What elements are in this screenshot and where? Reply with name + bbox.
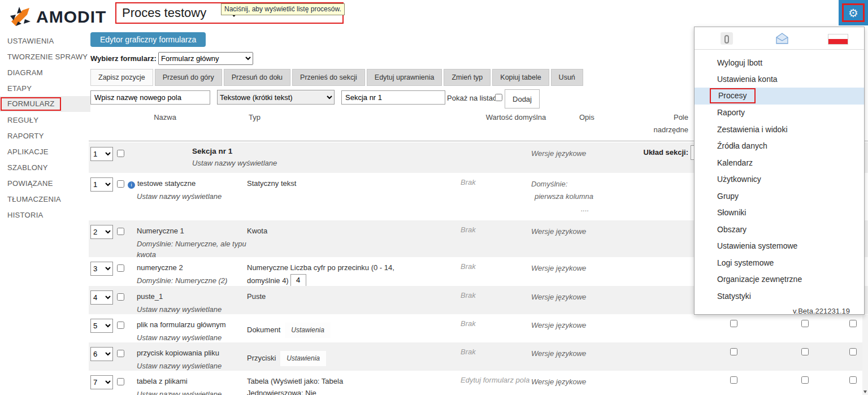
delete-button[interactable]: Usuń (551, 69, 583, 86)
menu-item-zrodla-danych[interactable]: Źródła danych (695, 138, 864, 155)
row7-order-select[interactable]: 7 (90, 375, 113, 389)
menu-item-ustawienia-systemowe[interactable]: Ustawienia systemowe (695, 238, 864, 255)
language-versions-link[interactable]: Wersje językowe (531, 348, 636, 360)
sidebar-item-etapy[interactable]: ETAPY (0, 80, 90, 96)
field-name: tabela z plikami (137, 377, 188, 385)
field-name: puste_1 (137, 292, 163, 301)
scroll-down-arrow-icon[interactable] (863, 390, 867, 393)
settings-button[interactable]: Ustawienia (285, 323, 331, 338)
display-names-link[interactable]: Ustaw nazwy wyświetlane (137, 304, 247, 315)
display-names-link[interactable]: Ustaw nazwy wyświetlane (137, 332, 247, 344)
menu-item-ustawienia-konta[interactable]: Ustawienia konta (695, 71, 864, 88)
menu-item-wyloguj[interactable]: Wyloguj lbott (695, 54, 864, 71)
menu-item-logi-systemowe[interactable]: Logi systemowe (695, 254, 864, 271)
sidebar-item-powiazane[interactable]: POWIĄZANE (0, 175, 90, 191)
field-type: Przyciski (247, 354, 276, 362)
sidebar-item-ustawienia[interactable]: USTAWIENIA (0, 33, 90, 49)
sidebar-item-reguly[interactable]: REGUŁY (0, 112, 90, 128)
new-field-type-select[interactable]: Tekstowe (krótki tekst) (217, 90, 335, 105)
save-positions-button[interactable]: Zapisz pozycje (90, 69, 153, 86)
sidebar-item-szablony[interactable]: SZABLONY (0, 159, 90, 175)
row2-checkbox[interactable] (117, 228, 124, 235)
menu-item-procesy[interactable]: Procesy (695, 88, 864, 105)
row-option-checkbox[interactable] (730, 376, 737, 384)
row5-checkbox[interactable] (117, 322, 124, 329)
menu-item-grupy[interactable]: Grupy (695, 188, 864, 205)
mail-icon[interactable] (775, 33, 789, 44)
table-row: 7 tabela z plikami Ustaw nazwy wyświetla… (89, 371, 868, 395)
move-to-section-button[interactable]: Przenieś do sekcji (292, 69, 365, 86)
sidebar-item-diagram[interactable]: DIAGRAM (0, 64, 90, 80)
menu-item-slowniki[interactable]: Słowniki (695, 205, 864, 222)
sidebar-item-tworzenie-sprawy[interactable]: TWORZENIE SPRAWY (0, 49, 90, 64)
menu-item-uzytkownicy[interactable]: Użytkownicy (695, 171, 864, 188)
row2-order-select[interactable]: 2 (90, 225, 113, 239)
row-option-checkbox[interactable] (849, 348, 857, 355)
move-up-button[interactable]: Przesuń do góry (155, 69, 222, 86)
copy-tables-button[interactable]: Kopiuj tabele (492, 69, 549, 86)
section-title: Sekcja nr 1 (192, 147, 232, 155)
row4-checkbox[interactable] (117, 293, 124, 301)
edit-permissions-button[interactable]: Edytuj uprawnienia (367, 69, 442, 86)
col-header-nadrzedne: nadrzędne (636, 125, 688, 134)
row-option-checkbox[interactable] (801, 376, 809, 384)
display-names-link[interactable]: Ustaw nazwy wyświetlane (137, 361, 247, 372)
language-versions-link[interactable]: Wersje językowe (531, 376, 636, 388)
row1-checkbox[interactable] (117, 180, 124, 188)
section-order-select[interactable]: 1 (90, 147, 113, 161)
language-versions-link[interactable]: Wersje językowe (531, 291, 636, 303)
row5-order-select[interactable]: 5 (90, 319, 113, 333)
section-display-names-link[interactable]: Ustaw nazwy wyświetlane (192, 159, 277, 167)
row6-checkbox[interactable] (117, 350, 124, 357)
settings-button[interactable]: Ustawienia (280, 351, 326, 366)
row7-checkbox[interactable] (117, 378, 124, 385)
row6-order-select[interactable]: 6 (90, 347, 113, 361)
change-type-button[interactable]: Zmień typ (444, 69, 491, 86)
menu-item-statystyki[interactable]: Statystyki (695, 288, 864, 305)
new-field-name-input[interactable] (90, 90, 210, 105)
form-toolbar: Zapisz pozycje Przesuń do góry Przesuń d… (90, 69, 583, 86)
language-versions-link[interactable]: Wersje językowe (531, 319, 636, 332)
sidebar-item-aplikacje[interactable]: APLIKACJE (0, 144, 90, 159)
display-names-link[interactable]: Ustaw nazwy wyświetlane (137, 191, 238, 202)
decimal-digits-input[interactable] (290, 274, 306, 287)
move-down-button[interactable]: Przesuń do dołu (224, 69, 290, 86)
language-versions-link[interactable]: Wersje językowe (531, 262, 636, 275)
add-field-button[interactable]: Dodaj (505, 89, 540, 108)
row1-order-select[interactable]: 1 (90, 177, 113, 192)
section-checkbox[interactable] (117, 150, 124, 157)
row-option-checkbox[interactable] (849, 320, 857, 327)
sidebar-item-formularz[interactable]: FORMULARZ (0, 96, 90, 112)
red-highlight-ring (842, 3, 865, 22)
row3-checkbox[interactable] (117, 264, 124, 272)
row-option-checkbox[interactable] (730, 348, 737, 355)
form-select[interactable]: Formularz główny (158, 52, 253, 65)
menu-item-raporty[interactable]: Raporty (695, 105, 864, 121)
language-versions-link[interactable]: Wersje językowe (531, 225, 636, 238)
menu-item-kalendarz[interactable]: Kalendarz (695, 154, 864, 171)
row-option-checkbox[interactable] (801, 320, 809, 327)
row-option-checkbox[interactable] (849, 376, 857, 384)
vertical-scrollbar[interactable] (862, 315, 868, 395)
settings-gear-button[interactable]: ⚙ (839, 0, 868, 25)
menu-item-obszary[interactable]: Obszary (695, 221, 864, 238)
info-icon[interactable]: i (128, 181, 135, 189)
section-layout-label: Układ sekcji: (597, 148, 688, 157)
row4-order-select[interactable]: 4 (90, 290, 113, 305)
paperclip-icon[interactable] (721, 32, 733, 45)
polish-flag-icon[interactable] (828, 34, 848, 45)
row3-order-select[interactable]: 3 (90, 262, 113, 276)
new-field-section-input[interactable] (341, 90, 445, 105)
menu-item-organizacje[interactable]: Organizacje zewnętrzne (695, 271, 864, 288)
graphic-form-editor-button[interactable]: Edytor graficzny formularza (90, 32, 206, 47)
sidebar-item-historia[interactable]: HISTORIA (0, 207, 90, 223)
sidebar-item-raporty[interactable]: RAPORTY (0, 128, 90, 144)
show-on-lists-checkbox[interactable] (495, 94, 502, 101)
display-names-link[interactable]: Ustaw nazwy wyświetlane (137, 389, 247, 395)
col-header-wartosc-domyslna: Wartość domyślna (479, 113, 553, 121)
settings-dropdown-menu: Wyloguj lbott Ustawienia konta Procesy R… (694, 27, 865, 315)
menu-item-zestawienia[interactable]: Zestawienia i widoki (695, 121, 864, 138)
sidebar-item-tlumaczenia[interactable]: TŁUMACZENIA (0, 191, 90, 207)
row-option-checkbox[interactable] (730, 320, 737, 327)
row-option-checkbox[interactable] (801, 348, 809, 355)
